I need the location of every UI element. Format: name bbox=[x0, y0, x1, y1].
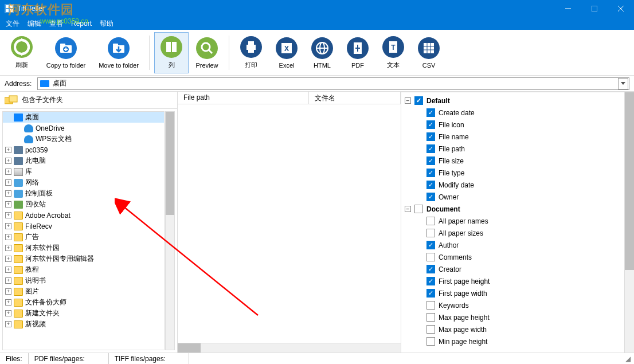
column-option[interactable]: File icon bbox=[405, 119, 620, 131]
expand-icon[interactable]: + bbox=[5, 212, 11, 218]
folder-scrollbar[interactable] bbox=[165, 111, 175, 350]
checkbox[interactable] bbox=[426, 169, 435, 177]
column-option[interactable]: All paper sizes bbox=[405, 227, 620, 239]
column-option[interactable]: Max page height bbox=[405, 311, 620, 323]
tree-node[interactable]: +FileRecv bbox=[3, 221, 164, 232]
checkbox[interactable] bbox=[426, 156, 435, 165]
column-option[interactable]: Min page height bbox=[405, 335, 620, 347]
expand-icon[interactable]: + bbox=[5, 223, 11, 229]
checkbox[interactable] bbox=[426, 313, 435, 322]
menu-文件[interactable]: 文件 bbox=[6, 19, 19, 29]
checkbox[interactable] bbox=[426, 325, 435, 334]
csv-button[interactable]: CSV bbox=[412, 32, 446, 73]
expand-icon[interactable]: + bbox=[5, 201, 11, 208]
tree-node[interactable]: +回收站 bbox=[3, 199, 164, 210]
tree-node[interactable]: +网络 bbox=[3, 177, 164, 188]
column-option[interactable]: First page width bbox=[405, 287, 620, 299]
checkbox[interactable] bbox=[426, 229, 435, 237]
col-filename[interactable]: 文件名 bbox=[309, 92, 401, 104]
checkbox[interactable] bbox=[414, 205, 423, 213]
checkbox[interactable] bbox=[426, 337, 435, 346]
text-button[interactable]: T文本 bbox=[376, 32, 410, 73]
expand-icon[interactable]: + bbox=[5, 256, 11, 262]
refresh-button[interactable]: 刷新 bbox=[5, 32, 39, 73]
expand-icon[interactable]: + bbox=[5, 158, 11, 164]
checkbox[interactable] bbox=[426, 289, 435, 298]
checkbox[interactable] bbox=[426, 181, 435, 189]
checkbox[interactable] bbox=[414, 96, 423, 105]
scrollbar-thumb[interactable] bbox=[166, 112, 174, 215]
tree-node[interactable]: 桌面 bbox=[3, 112, 164, 123]
tree-node[interactable]: WPS云文档 bbox=[3, 134, 164, 144]
tree-node[interactable]: +新建文件夹 bbox=[3, 308, 164, 319]
menu-report[interactable]: Report bbox=[71, 19, 92, 28]
expand-icon[interactable]: + bbox=[5, 245, 11, 251]
close-button[interactable] bbox=[608, 0, 634, 17]
col-filepath[interactable]: File path bbox=[178, 92, 309, 104]
columns-button[interactable]: 列 bbox=[154, 32, 189, 73]
column-group[interactable]: −Document bbox=[405, 203, 620, 215]
print-button[interactable]: 打印 bbox=[234, 32, 268, 73]
column-option[interactable]: Comments bbox=[405, 251, 620, 263]
menu-查看[interactable]: 查看 bbox=[49, 19, 63, 29]
expand-icon[interactable]: + bbox=[5, 169, 11, 175]
column-option[interactable]: First page height bbox=[405, 275, 620, 287]
tree-node[interactable]: +河东软件园专用编辑器 bbox=[3, 253, 164, 264]
tree-node[interactable]: +广告 bbox=[3, 232, 164, 242]
pdf-button[interactable]: PDF bbox=[341, 32, 375, 73]
checkbox[interactable] bbox=[426, 277, 435, 285]
address-combo[interactable]: 桌面 bbox=[37, 77, 629, 90]
checkbox[interactable] bbox=[426, 301, 435, 310]
tree-node[interactable]: +控制面板 bbox=[3, 188, 164, 199]
checkbox[interactable] bbox=[426, 108, 435, 117]
column-option[interactable]: File type bbox=[405, 167, 620, 179]
column-option[interactable]: Keywords bbox=[405, 299, 620, 311]
collapse-icon[interactable]: − bbox=[405, 97, 411, 104]
tree-node[interactable]: +教程 bbox=[3, 264, 164, 275]
expand-icon[interactable]: + bbox=[5, 179, 11, 186]
checkbox[interactable] bbox=[426, 193, 435, 201]
tree-node[interactable]: +新视频 bbox=[3, 319, 164, 330]
checkbox[interactable] bbox=[426, 120, 435, 129]
checkbox[interactable] bbox=[426, 217, 435, 225]
tree-node[interactable]: +文件备份大师 bbox=[3, 297, 164, 308]
expand-icon[interactable]: + bbox=[5, 321, 11, 327]
column-option[interactable]: Modify date bbox=[405, 179, 620, 191]
column-option[interactable]: Create date bbox=[405, 107, 620, 119]
column-option[interactable]: File path bbox=[405, 143, 620, 155]
scrollbar-thumb[interactable] bbox=[625, 92, 634, 270]
expand-icon[interactable]: + bbox=[5, 299, 11, 306]
html-button[interactable]: HTML bbox=[305, 32, 339, 73]
preview-button[interactable]: Preview bbox=[190, 32, 224, 73]
column-option[interactable]: All paper names bbox=[405, 215, 620, 227]
collapse-icon[interactable]: − bbox=[405, 206, 411, 212]
menu-编辑[interactable]: 编辑 bbox=[28, 19, 41, 29]
minimize-button[interactable] bbox=[555, 0, 581, 17]
expand-icon[interactable]: + bbox=[5, 234, 11, 240]
column-option[interactable]: File size bbox=[405, 155, 620, 167]
tree-node[interactable]: +Adobe Acrobat bbox=[3, 210, 164, 221]
scrollbar-thumb[interactable] bbox=[178, 343, 201, 353]
checkbox[interactable] bbox=[426, 241, 435, 249]
resize-grip-icon[interactable]: ◢ bbox=[622, 355, 634, 363]
list-h-scrollbar[interactable] bbox=[178, 343, 401, 353]
tree-node[interactable]: OneDrive bbox=[3, 123, 164, 134]
column-option[interactable]: Author bbox=[405, 239, 620, 251]
tree-node[interactable]: +说明书 bbox=[3, 275, 164, 286]
column-option[interactable]: Creator bbox=[405, 263, 620, 275]
checkbox[interactable] bbox=[426, 253, 435, 261]
tree-node[interactable]: +pc0359 bbox=[3, 144, 164, 155]
excel-button[interactable]: XExcel bbox=[269, 32, 304, 73]
tree-node[interactable]: +河东软件园 bbox=[3, 242, 164, 253]
subfolder-toggle[interactable]: 包含子文件夹 bbox=[0, 92, 177, 109]
expand-icon[interactable]: + bbox=[5, 288, 11, 295]
tree-node[interactable]: +图片 bbox=[3, 286, 164, 297]
expand-icon[interactable]: + bbox=[5, 267, 11, 273]
checkbox[interactable] bbox=[426, 132, 435, 141]
tree-node[interactable]: +库 bbox=[3, 166, 164, 177]
column-option[interactable]: File name bbox=[405, 131, 620, 143]
expand-icon[interactable]: + bbox=[5, 277, 11, 284]
expand-icon[interactable]: + bbox=[5, 147, 11, 153]
column-option[interactable]: Max page width bbox=[405, 323, 620, 335]
copyto-button[interactable]: Copy to folder bbox=[40, 32, 92, 73]
